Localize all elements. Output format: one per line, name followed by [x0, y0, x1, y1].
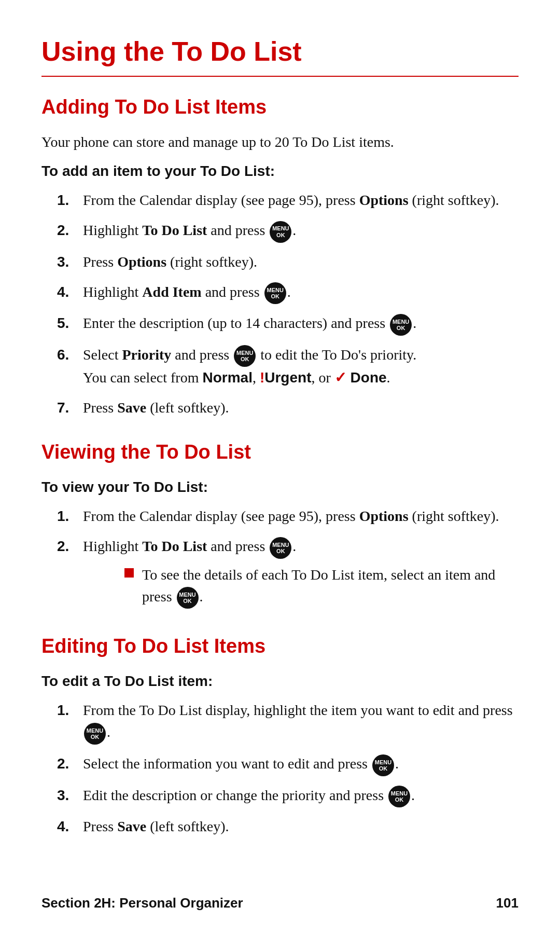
step-content: Select the information you want to edit …: [83, 753, 519, 776]
priority-bold: Priority: [122, 347, 171, 363]
step-num: 2.: [57, 535, 83, 557]
step-num: 2.: [57, 219, 83, 241]
footer-section: Section 2H: Personal Organizer: [41, 893, 243, 913]
options-bold: Options: [359, 508, 409, 524]
viewing-step-1: 1. From the Calendar display (see page 9…: [57, 505, 519, 527]
menu-ok-icon: MENUOK: [270, 221, 291, 243]
viewing-steps-list: 1. From the Calendar display (see page 9…: [57, 505, 519, 613]
page-footer: Section 2H: Personal Organizer 101: [41, 872, 519, 913]
adding-step-5: 5. Enter the description (up to 14 chara…: [57, 312, 519, 336]
step-num: 7.: [57, 397, 83, 419]
viewing-bullet-list: To see the details of each To Do List it…: [124, 564, 519, 609]
viewing-step-2: 2. Highlight To Do List and press MENUOK…: [57, 535, 519, 613]
section-viewing: Viewing the To Do List To view your To D…: [41, 437, 519, 613]
step-content: From the To Do List display, highlight t…: [83, 699, 519, 745]
step-content: Highlight Add Item and press MENUOK.: [83, 281, 519, 305]
urgent-icon: !: [260, 369, 264, 386]
footer-page-number: 101: [496, 893, 519, 913]
section-editing: Editing To Do List Items To edit a To Do…: [41, 631, 519, 837]
editing-step-3: 3. Edit the description or change the pr…: [57, 785, 519, 808]
step-content: Highlight To Do List and press MENUOK. T…: [83, 535, 519, 613]
adding-step-4: 4. Highlight Add Item and press MENUOK.: [57, 281, 519, 305]
options-bold: Options: [359, 192, 409, 208]
page-title: Using the To Do List: [41, 31, 519, 77]
checkmark-icon: ✓: [334, 369, 346, 386]
editing-step-4: 4. Press Save (left softkey).: [57, 816, 519, 837]
section-title-viewing: Viewing the To Do List: [41, 437, 519, 467]
menu-ok-icon: MENUOK: [388, 786, 410, 807]
adding-step-7: 7. Press Save (left softkey).: [57, 397, 519, 419]
menu-ok-icon: MENUOK: [84, 723, 106, 745]
step-content: From the Calendar display (see page 95),…: [83, 505, 519, 527]
step-content: Highlight To Do List and press MENUOK.: [83, 219, 519, 243]
adding-step-1: 1. From the Calendar display (see page 9…: [57, 189, 519, 211]
step-content: Edit the description or change the prior…: [83, 785, 519, 808]
adding-step-3: 3. Press Options (right softkey).: [57, 251, 519, 273]
todolist-bold: To Do List: [142, 538, 207, 554]
menu-ok-icon: MENUOK: [390, 314, 412, 336]
save-bold: Save: [117, 400, 146, 416]
step-num: 5.: [57, 312, 83, 334]
section-title-adding: Adding To Do List Items: [41, 92, 519, 122]
step-content: Press Save (left softkey).: [83, 397, 519, 419]
normal-option: Normal: [202, 369, 252, 386]
adding-subheading: To add an item to your To Do List:: [41, 160, 519, 182]
adding-steps-list: 1. From the Calendar display (see page 9…: [57, 189, 519, 419]
section-title-editing: Editing To Do List Items: [41, 631, 519, 661]
step-content: From the Calendar display (see page 95),…: [83, 189, 519, 211]
viewing-bullet-item: To see the details of each To Do List it…: [124, 564, 519, 609]
adding-intro: Your phone can store and manage up to 20…: [41, 131, 519, 153]
step-content: Select Priority and press MENUOK to edit…: [83, 344, 519, 389]
step-content: Enter the description (up to 14 characte…: [83, 312, 519, 336]
viewing-subheading: To view your To Do List:: [41, 476, 519, 498]
step-num: 3.: [57, 251, 83, 273]
step-num: 1.: [57, 189, 83, 211]
adding-step-2: 2. Highlight To Do List and press MENUOK…: [57, 219, 519, 243]
editing-step-1: 1. From the To Do List display, highligh…: [57, 699, 519, 745]
todolist-bold: To Do List: [142, 222, 207, 238]
section-adding: Adding To Do List Items Your phone can s…: [41, 92, 519, 419]
menu-ok-icon: MENUOK: [264, 282, 286, 304]
adding-step-6: 6. Select Priority and press MENUOK to e…: [57, 344, 519, 389]
step-num: 2.: [57, 753, 83, 775]
step-num: 4.: [57, 816, 83, 837]
step-num: 1.: [57, 699, 83, 721]
step-content: Press Options (right softkey).: [83, 251, 519, 273]
step-num: 3.: [57, 785, 83, 806]
menu-ok-icon: MENUOK: [372, 754, 394, 776]
editing-subheading: To edit a To Do List item:: [41, 670, 519, 692]
save-bold: Save: [117, 818, 146, 834]
menu-ok-icon: MENUOK: [177, 587, 199, 609]
menu-ok-icon: MENUOK: [234, 345, 256, 367]
step-num: 4.: [57, 281, 83, 303]
additem-bold: Add Item: [142, 284, 201, 300]
step-num: 1.: [57, 505, 83, 527]
options-bold: Options: [117, 254, 166, 270]
bullet-icon: [124, 568, 134, 578]
step-content: Press Save (left softkey).: [83, 816, 519, 837]
menu-ok-icon: MENUOK: [270, 537, 291, 559]
editing-steps-list: 1. From the To Do List display, highligh…: [57, 699, 519, 837]
urgent-option: !Urgent: [260, 369, 312, 386]
done-option: ✓ Done: [334, 369, 387, 386]
step-num: 6.: [57, 344, 83, 366]
editing-step-2: 2. Select the information you want to ed…: [57, 753, 519, 776]
bullet-text: To see the details of each To Do List it…: [142, 564, 519, 609]
